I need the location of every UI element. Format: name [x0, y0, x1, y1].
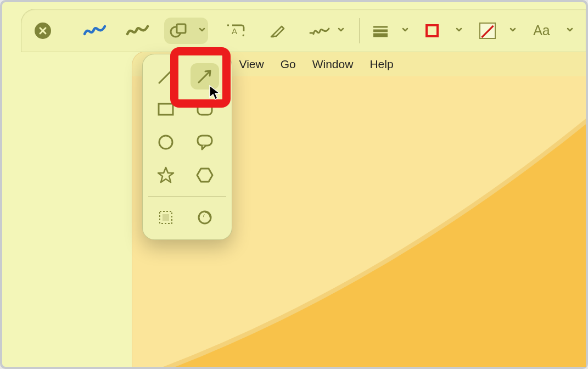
- markup-toolbar-window: A: [21, 9, 586, 52]
- shapes-tool[interactable]: [164, 18, 208, 44]
- root-frame: le Edit View Go Window Help: [0, 0, 588, 369]
- line-weight-tool[interactable]: [367, 18, 411, 44]
- shape-star[interactable]: [152, 162, 180, 188]
- svg-rect-12: [198, 136, 212, 146]
- freeform-pen-tool[interactable]: [79, 18, 111, 44]
- svg-marker-13: [197, 169, 212, 182]
- menu-go[interactable]: Go: [281, 58, 296, 71]
- shapes-popover: [142, 54, 232, 240]
- svg-rect-9: [159, 104, 173, 115]
- popover-separator: [148, 196, 226, 197]
- shape-line[interactable]: [152, 63, 180, 90]
- menu-view[interactable]: View: [239, 58, 264, 71]
- menu-window[interactable]: Window: [312, 58, 354, 71]
- shape-mask[interactable]: [152, 204, 180, 231]
- close-button[interactable]: [35, 23, 51, 39]
- shape-arrow[interactable]: [191, 63, 219, 90]
- shape-speech-bubble[interactable]: [191, 129, 219, 155]
- chevron-down-icon: [401, 26, 409, 36]
- font-style-label: Aa: [533, 23, 550, 38]
- svg-line-7: [159, 70, 172, 83]
- svg-rect-15: [163, 214, 169, 221]
- menu-help[interactable]: Help: [369, 58, 393, 71]
- svg-rect-10: [198, 104, 212, 115]
- toolbar-separator: [359, 18, 360, 43]
- shapes-footer-grid: [148, 203, 226, 232]
- chevron-down-icon: [198, 26, 206, 36]
- fill-color-tool[interactable]: [475, 18, 519, 44]
- font-style-tool[interactable]: Aa: [529, 18, 576, 44]
- chevron-down-icon: [455, 26, 463, 36]
- svg-rect-1: [177, 24, 186, 33]
- svg-text:A: A: [232, 26, 237, 36]
- fill-none-icon: [479, 23, 496, 39]
- svg-line-8: [199, 71, 210, 82]
- signature-tool[interactable]: [304, 18, 348, 44]
- shape-rectangle[interactable]: [152, 96, 180, 122]
- stroke-color-swatch-icon: [425, 24, 439, 37]
- svg-point-11: [159, 136, 172, 149]
- highlighter-tool[interactable]: [261, 18, 294, 44]
- shapes-grid: [148, 62, 226, 189]
- markup-toolbar: A: [21, 9, 586, 52]
- smooth-pen-tool[interactable]: [121, 18, 154, 44]
- shape-oval[interactable]: [152, 129, 180, 155]
- stroke-color-tool[interactable]: [421, 18, 465, 44]
- textbox-tool[interactable]: A: [218, 18, 251, 44]
- shape-rounded-rectangle[interactable]: [191, 96, 219, 122]
- chevron-down-icon: [566, 26, 574, 36]
- chevron-down-icon: [509, 26, 517, 36]
- shape-hexagon[interactable]: [191, 162, 219, 188]
- chevron-down-icon: [337, 26, 345, 36]
- shape-loupe[interactable]: [191, 204, 219, 231]
